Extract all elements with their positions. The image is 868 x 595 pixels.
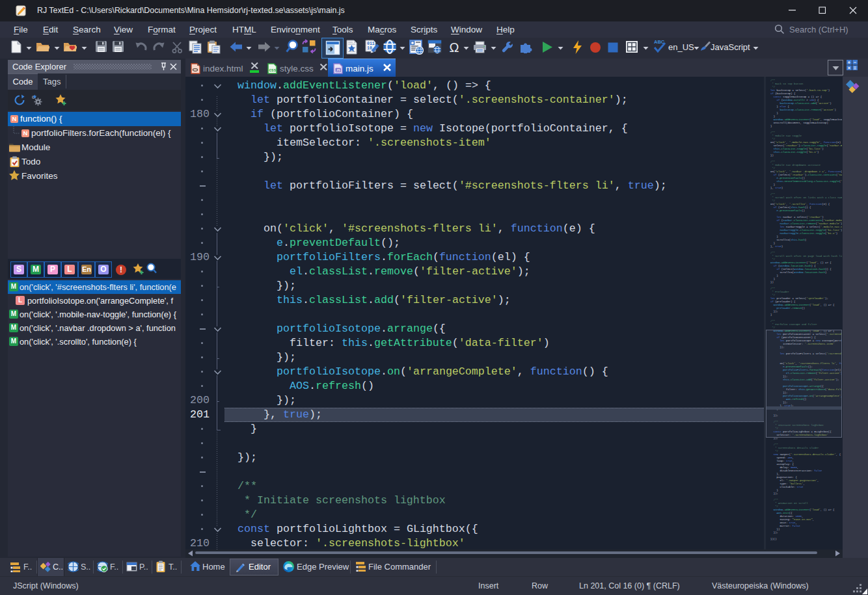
svg-text:css: css	[269, 68, 277, 72]
svg-text:10: 10	[367, 46, 372, 51]
svg-text:JS: JS	[336, 68, 341, 72]
